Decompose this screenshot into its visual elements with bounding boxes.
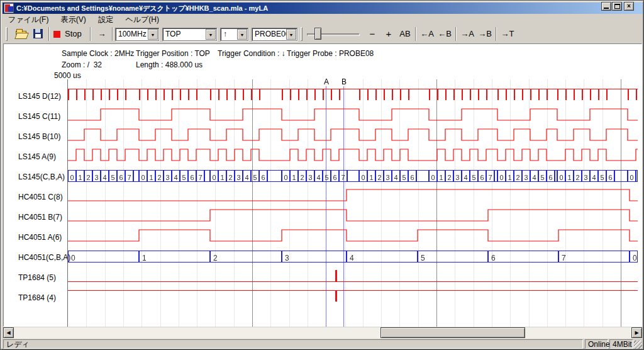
bus-cell [636,171,638,182]
scrollbar-thumb[interactable] [380,327,525,338]
arrow-right-icon: ▶ [635,330,638,336]
bus-value: 5 [111,174,114,181]
waveform-plot[interactable]: AB01234567012345670123456012345670123456… [1,1,644,350]
bus-value: 4 [394,174,397,181]
bus-value: 3 [308,174,312,181]
waveform-line [68,189,638,201]
bus-value: 6 [333,174,336,181]
bus-value: 7 [562,254,566,262]
bus-value: 4 [350,254,354,262]
bus-value: 4 [532,174,536,181]
bus-value: 1 [292,174,296,181]
bus-cell [495,171,497,182]
bus-value: 3 [584,174,587,181]
status-online: Online [585,339,608,349]
bus-cell [140,251,210,262]
bus-value: 5 [253,174,257,181]
status-memory: 4MBit [609,339,633,349]
bus-value: 4 [245,174,248,181]
bus-value: 0 [630,174,633,181]
bus-value: 1 [220,174,224,181]
waveform-line [68,230,638,241]
bus-cell [134,171,139,182]
bus-value: 1 [508,174,511,181]
bus-cell [559,251,630,262]
bus-value: 0 [633,254,637,262]
bus-value: 4 [174,174,177,181]
marker-label-b: B [341,77,347,86]
horizontal-scrollbar[interactable]: ◀ ▶ [3,327,642,339]
status-bar: レディ Online 4MBit [3,339,642,349]
bus-value: 6 [119,174,123,181]
bus-cell [69,251,139,262]
bus-value: 3 [386,174,389,181]
resize-grip[interactable] [634,341,642,349]
pulse-mark [335,290,337,302]
bus-value: 1 [439,174,443,181]
bus-value: 2 [213,254,218,262]
bus-value: 7 [127,174,131,181]
bus-value: 0 [559,174,563,181]
waveform-line [68,149,638,161]
bus-value: 2 [377,174,381,181]
status-message: レディ [3,339,583,349]
bus-value: 0 [431,174,435,181]
bus-value: 6 [548,174,552,181]
bus-cell [348,171,359,182]
bus-value: 5 [325,174,328,181]
bus-value: 4 [316,174,320,181]
bus-cell [347,251,418,262]
bus-value: 2 [228,174,232,181]
scroll-left-button[interactable]: ◀ [3,327,14,338]
bus-cell [205,171,210,182]
bus-value: 2 [516,174,519,181]
bus-value: 4 [592,174,596,181]
bus-cell [418,251,488,262]
bus-value: 3 [94,174,98,181]
bus-value: 2 [157,174,161,181]
bus-value: 2 [300,174,304,181]
bus-value: 3 [455,174,459,181]
marker-label-a: A [324,77,329,86]
bus-value: 0 [212,174,216,181]
bus-value: 7 [488,174,492,181]
bus-value: 0 [70,174,74,181]
bus-value: 5 [540,174,544,181]
bus-value: 1 [78,174,82,181]
bus-value: 4 [103,174,106,181]
bus-value: 6 [410,174,414,181]
bus-value: 5 [421,254,425,262]
bus-value: 2 [86,174,90,181]
bus-value: 6 [491,254,496,262]
bus-value: 5 [402,174,406,181]
bus-value: 7 [198,174,202,181]
scroll-right-button[interactable]: ▶ [631,327,642,338]
bus-value: 1 [142,254,147,262]
bus-value: 1 [369,174,373,181]
waveform-line [68,109,638,120]
bus-value: 2 [447,174,451,181]
bus-value: 3 [285,254,289,262]
pulse-mark [335,270,337,281]
bus-value: 1 [149,174,153,181]
bus-value: 3 [524,174,528,181]
waveform-line [68,210,638,221]
bus-value: 0 [71,254,75,262]
bus-value: 2 [575,174,579,181]
bus-value: 6 [608,174,612,181]
bus-value: 4 [464,174,467,181]
bus-value: 0 [499,174,503,181]
arrow-left-icon: ◀ [6,330,10,336]
bus-value: 7 [341,174,345,181]
bus-value: 0 [361,174,365,181]
bus-cell [555,171,557,182]
waveform-line [68,129,638,140]
bus-value: 0 [284,174,287,181]
bus-value: 0 [141,174,145,181]
bus-value: 1 [567,174,571,181]
bus-value: 5 [182,174,186,181]
bus-value: 3 [165,174,169,181]
bus-value: 5 [600,174,604,181]
bus-value: 6 [480,174,484,181]
bus-value: 6 [261,174,265,181]
